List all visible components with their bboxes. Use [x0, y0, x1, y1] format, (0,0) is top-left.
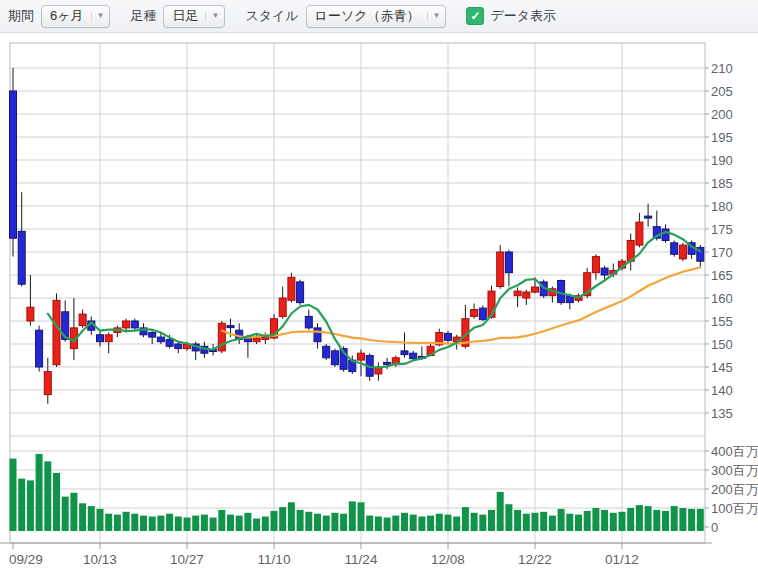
dropdown-arrow-icon[interactable]: ▼: [205, 12, 219, 20]
svg-text:195: 195: [711, 130, 733, 145]
chart-toolbar: 期間 6ヶ月 ▼ 足種 日足 ▼ スタイル ローソク（赤青） ▼ ✓ データ表示: [0, 0, 758, 33]
data-display-label: データ表示: [490, 7, 556, 25]
svg-text:10/13: 10/13: [83, 552, 117, 567]
data-display-checkbox[interactable]: ✓: [466, 7, 484, 25]
svg-text:12/08: 12/08: [431, 552, 465, 567]
svg-text:300百万: 300百万: [711, 463, 758, 478]
svg-text:180: 180: [711, 199, 733, 214]
svg-text:09/29: 09/29: [9, 552, 43, 567]
period-dropdown-value: 6ヶ月: [50, 7, 84, 25]
svg-text:200百万: 200百万: [711, 482, 758, 497]
dropdown-arrow-icon[interactable]: ▼: [427, 12, 441, 20]
svg-text:165: 165: [711, 268, 733, 283]
svg-text:01/12: 01/12: [605, 552, 639, 567]
svg-text:0: 0: [711, 520, 718, 535]
stock-chart-app: 期間 6ヶ月 ▼ 足種 日足 ▼ スタイル ローソク（赤青） ▼ ✓ データ表示…: [0, 0, 758, 578]
svg-text:135: 135: [711, 406, 733, 421]
date-axis-labels: 09/2910/1310/2711/1011/2412/0812/2201/12: [9, 552, 639, 567]
svg-text:145: 145: [711, 360, 733, 375]
svg-text:175: 175: [711, 222, 733, 237]
plot-area[interactable]: [10, 43, 705, 543]
candle-type-label: 足種: [130, 7, 156, 25]
svg-text:200: 200: [711, 107, 733, 122]
period-label: 期間: [8, 7, 34, 25]
svg-text:210: 210: [711, 61, 733, 76]
chart-area[interactable]: 2102052001951901851801751701651601551501…: [0, 33, 758, 578]
svg-text:10/27: 10/27: [170, 552, 204, 567]
checkmark-icon: ✓: [470, 9, 480, 23]
svg-text:170: 170: [711, 245, 733, 260]
svg-text:400百万: 400百万: [711, 444, 758, 459]
svg-text:11/10: 11/10: [258, 552, 291, 567]
style-label: スタイル: [245, 7, 298, 25]
candle-type-dropdown-value: 日足: [172, 7, 198, 25]
svg-text:160: 160: [711, 291, 733, 306]
svg-text:155: 155: [711, 314, 733, 329]
volume-axis-labels: 400百万300百万200百万100百万0: [711, 444, 758, 535]
svg-text:12/22: 12/22: [518, 552, 552, 567]
svg-text:190: 190: [711, 153, 733, 168]
candle-type-dropdown[interactable]: 日足 ▼: [163, 5, 225, 28]
period-dropdown[interactable]: 6ヶ月 ▼: [41, 5, 110, 28]
price-axis-labels: 2102052001951901851801751701651601551501…: [711, 61, 733, 421]
svg-text:205: 205: [711, 84, 733, 99]
svg-text:185: 185: [711, 176, 733, 191]
style-dropdown[interactable]: ローソク（赤青） ▼: [306, 5, 447, 28]
svg-text:140: 140: [711, 383, 733, 398]
candlestick-chart-svg[interactable]: 2102052001951901851801751701651601551501…: [0, 33, 758, 578]
svg-text:11/24: 11/24: [345, 552, 378, 567]
svg-text:150: 150: [711, 337, 733, 352]
dropdown-arrow-icon[interactable]: ▼: [91, 12, 105, 20]
style-dropdown-value: ローソク（赤青）: [315, 7, 420, 25]
svg-text:100百万: 100百万: [711, 501, 758, 516]
